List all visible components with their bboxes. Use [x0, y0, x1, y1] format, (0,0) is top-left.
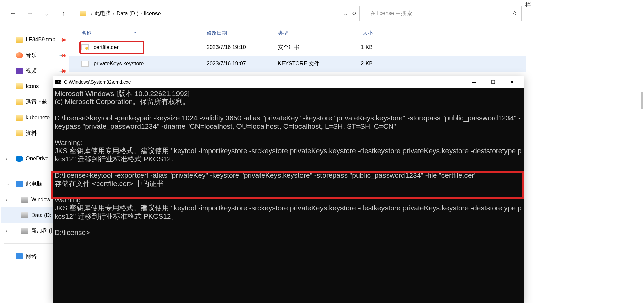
breadcrumb-folder[interactable]: license: [144, 11, 161, 17]
scrollbar-thumb[interactable]: [641, 92, 643, 109]
cmd-icon: C:\: [55, 80, 61, 84]
chevron-right-icon: ›: [89, 11, 95, 16]
network-icon: [16, 253, 23, 259]
col-size[interactable]: 大小: [339, 30, 373, 36]
drive-icon: [21, 228, 28, 234]
video-icon: [16, 68, 23, 74]
close-button[interactable]: ✕: [502, 76, 521, 88]
truncated-char: 棹: [525, 1, 531, 8]
minimize-button[interactable]: —: [464, 76, 483, 88]
back-button[interactable]: ←: [6, 7, 20, 20]
caret-right-icon: ›: [6, 213, 7, 218]
pin-icon: 📌: [59, 67, 67, 75]
sidebar-item-music[interactable]: 音乐📌: [1, 47, 69, 63]
file-icon: [81, 61, 89, 67]
folder-icon: [16, 115, 23, 121]
music-icon: [16, 52, 23, 58]
annotation-box: [79, 41, 144, 54]
address-dropdown-icon[interactable]: ⌄: [343, 10, 348, 17]
folder-icon: [16, 83, 23, 89]
folder-icon: [16, 99, 23, 105]
col-name[interactable]: 名称⌃: [81, 30, 207, 36]
toolbar: ← → ⌄ ↑ › 此电脑 › Data (D:) › license ⌄ ⟳ …: [1, 0, 526, 27]
chevron-right-icon: ›: [111, 11, 116, 16]
recent-dropdown[interactable]: ⌄: [40, 7, 54, 20]
forward-button[interactable]: →: [23, 7, 37, 20]
pin-icon: 📌: [59, 51, 67, 59]
drive-icon: [21, 212, 28, 218]
chevron-right-icon: ›: [139, 11, 144, 16]
caret-right-icon: ›: [6, 254, 7, 259]
cmd-titlebar[interactable]: C:\ C:\Windows\System32\cmd.exe — ☐ ✕: [53, 76, 524, 88]
folder-icon: [16, 37, 23, 43]
cmd-window: C:\ C:\Windows\System32\cmd.exe — ☐ ✕ Mi…: [53, 76, 524, 303]
address-bar[interactable]: › 此电脑 › Data (D:) › license ⌄ ⟳: [77, 6, 360, 21]
search-icon: 🔍︎: [512, 11, 517, 17]
pc-icon: [16, 181, 23, 187]
search-input[interactable]: 在 license 中搜索 🔍︎: [366, 6, 522, 21]
pin-icon: 📌: [59, 36, 67, 43]
drive-icon: [21, 197, 28, 203]
file-row-keystore[interactable]: privateKeys.keystore 2023/7/16 19:07 KEY…: [69, 56, 526, 72]
col-type[interactable]: 类型: [278, 30, 339, 36]
right-panel: 棹: [525, 0, 644, 303]
refresh-icon[interactable]: ⟳: [352, 10, 357, 17]
maximize-button[interactable]: ☐: [483, 76, 502, 88]
breadcrumb-root[interactable]: 此电脑: [95, 10, 111, 17]
sort-asc-icon: ⌃: [133, 31, 136, 35]
search-placeholder: 在 license 中搜索: [370, 10, 412, 17]
column-headers: 名称⌃ 修改日期 类型 大小: [69, 27, 526, 39]
caret-right-icon: ›: [6, 228, 7, 233]
col-date[interactable]: 修改日期: [207, 30, 278, 36]
up-button[interactable]: ↑: [57, 7, 70, 20]
caret-right-icon: ›: [6, 156, 7, 161]
cmd-title: C:\Windows\System32\cmd.exe: [64, 79, 131, 85]
cloud-icon: [16, 156, 23, 162]
folder-icon: [80, 11, 86, 16]
folder-icon: [16, 130, 23, 136]
breadcrumb-drive[interactable]: Data (D:): [117, 11, 139, 17]
sidebar-item-tmp[interactable]: IIF34B9.tmp📌: [1, 32, 69, 47]
caret-right-icon: ›: [6, 197, 7, 202]
caret-down-icon: ⌄: [6, 182, 9, 186]
cmd-body[interactable]: Microsoft Windows [版本 10.0.22621.1992] (…: [53, 88, 524, 303]
